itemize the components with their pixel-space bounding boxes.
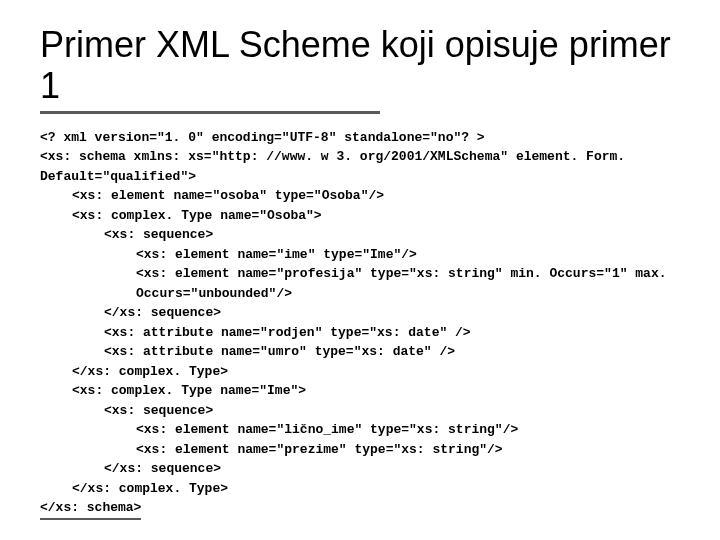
code-line: </xs: complex. Type> <box>72 479 680 499</box>
code-line: </xs: sequence> <box>104 303 680 323</box>
code-line: <? xml version="1. 0" encoding="UTF-8" s… <box>40 128 680 148</box>
code-line: <xs: element name="lično_ime" type="xs: … <box>136 420 680 440</box>
code-line: </xs: complex. Type> <box>72 362 680 382</box>
code-line: <xs: attribute name="rodjen" type="xs: d… <box>104 323 680 343</box>
code-line: <xs: element name="ime" type="Ime"/> <box>136 245 680 265</box>
code-line: <xs: element name="prezime" type="xs: st… <box>136 440 680 460</box>
code-line: <xs: attribute name="umro" type="xs: dat… <box>104 342 680 362</box>
code-line: <xs: sequence> <box>104 225 680 245</box>
code-line: <xs: element name="profesija" type="xs: … <box>136 264 680 303</box>
code-line: </xs: sequence> <box>104 459 680 479</box>
code-line: <xs: schema xmlns: xs="http: //www. w 3.… <box>40 147 680 186</box>
code-line: <xs: complex. Type name="Osoba"> <box>72 206 680 226</box>
code-line: <xs: element name="osoba" type="Osoba"/> <box>72 186 680 206</box>
code-block: <? xml version="1. 0" encoding="UTF-8" s… <box>40 128 680 520</box>
code-line: </xs: schema> <box>40 498 680 520</box>
code-line: <xs: sequence> <box>104 401 680 421</box>
code-line: <xs: complex. Type name="Ime"> <box>72 381 680 401</box>
title-underline <box>40 111 380 114</box>
slide-title: Primer XML Scheme koji opisuje primer 1 <box>40 24 680 107</box>
slide: Primer XML Scheme koji opisuje primer 1 … <box>0 0 720 540</box>
